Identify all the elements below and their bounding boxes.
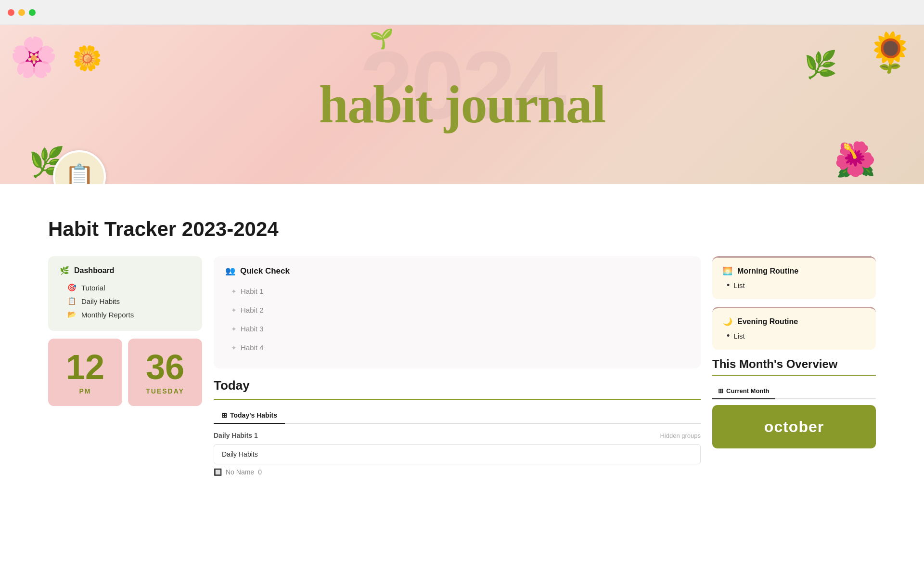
- sidebar-item-daily-habits[interactable]: 📋 Daily Habits: [60, 294, 191, 308]
- month-overview-title: This Month's Overview: [712, 357, 876, 371]
- clock-period: PM: [79, 387, 91, 395]
- today-tab-bar: ⊞ Today's Habits: [214, 407, 701, 424]
- evening-routine-icon: 🌙: [723, 317, 732, 326]
- cross-icon-4: ✦: [231, 344, 237, 352]
- daily-habits-label: Daily Habits: [81, 297, 120, 305]
- content-grid: 🌿 Dashboard 🎯 Tutorial 📋 Daily Habits 📂 …: [48, 256, 876, 480]
- quick-check-title: Quick Check: [240, 266, 290, 276]
- dashboard-label: Dashboard: [74, 266, 115, 275]
- today-section: Today ⊞ Today's Habits Daily Habits 1 Hi…: [214, 378, 701, 480]
- cross-icon-3: ✦: [231, 325, 237, 333]
- habit-item-1[interactable]: ✦ Habit 1: [225, 284, 689, 299]
- evening-routine-header: 🌙 Evening Routine: [723, 317, 865, 326]
- banner-title: HaBiT jouRnaL: [319, 74, 605, 135]
- nav-card: 🌿 Dashboard 🎯 Tutorial 📋 Daily Habits 📂 …: [48, 256, 202, 331]
- october-card: october: [712, 405, 876, 448]
- tab-habits-label: Today's Habits: [230, 411, 277, 419]
- daily-habits-group-count: 1: [254, 432, 258, 439]
- hidden-groups-label: Hidden groups: [660, 432, 701, 439]
- evening-routine-list: • List: [723, 331, 865, 341]
- month-name: october: [764, 418, 824, 436]
- habit-item-4[interactable]: ✦ Habit 4: [225, 340, 689, 355]
- flower-icon-right-2: 🌺: [834, 140, 876, 179]
- dashboard-icon: 🌿: [60, 266, 69, 275]
- month-tab-label: Current Month: [726, 387, 770, 394]
- monthly-reports-label: Monthly Reports: [81, 311, 134, 319]
- evening-routine-list-label: List: [733, 332, 744, 340]
- habit-item-3[interactable]: ✦ Habit 3: [225, 321, 689, 336]
- tab-current-month[interactable]: ⊞ Current Month: [712, 383, 775, 399]
- month-underline: [712, 375, 876, 376]
- minute-card: 36 TUESDAY: [128, 339, 202, 406]
- tutorial-label: Tutorial: [81, 284, 105, 292]
- morning-routine-title: Morning Routine: [737, 267, 798, 276]
- daily-habits-box: Daily Habits: [214, 444, 701, 464]
- sidebar-item-tutorial[interactable]: 🎯 Tutorial: [60, 281, 191, 294]
- bullet-icon-evening: •: [727, 331, 730, 341]
- maximize-button[interactable]: [29, 9, 36, 16]
- today-underline: [214, 399, 701, 400]
- minimize-button[interactable]: [18, 9, 25, 16]
- no-name-icon: 🔲: [214, 468, 222, 476]
- tab-todays-habits[interactable]: ⊞ Today's Habits: [214, 407, 285, 424]
- habit-item-2[interactable]: ✦ Habit 2: [225, 302, 689, 317]
- main-content: Habit Tracker 2023-2024 🌿 Dashboard 🎯 Tu…: [0, 184, 924, 499]
- month-tab-bar: ⊞ Current Month: [712, 383, 876, 399]
- sidebar-item-monthly-reports[interactable]: 📂 Monthly Reports: [60, 308, 191, 321]
- flower-icon-top: 🌱: [370, 27, 394, 50]
- banner: 2024 🌸 🌿 🌼 🌱 🌻 🌺 🌿 HaBiT jouRnaL 📋: [0, 25, 924, 184]
- quick-check-card: 👥 Quick Check ✦ Habit 1 ✦ Habit 2 ✦ Habi…: [214, 256, 701, 368]
- evening-routine-title: Evening Routine: [737, 317, 798, 326]
- nav-main-item[interactable]: 🌿 Dashboard: [60, 266, 191, 275]
- today-title: Today: [214, 378, 701, 393]
- habits-row: Daily Habits 1 Hidden groups: [214, 432, 701, 439]
- habit-label-3: Habit 3: [241, 325, 264, 333]
- cross-icon-2: ✦: [231, 306, 237, 314]
- daily-habits-group-label: Daily Habits: [214, 432, 252, 439]
- no-name-group-row: 🔲 No Name 0: [214, 464, 701, 480]
- evening-routine-card: 🌙 Evening Routine • List: [712, 307, 876, 350]
- habit-label-4: Habit 4: [241, 343, 264, 352]
- clock-row: 12 PM 36 TUESDAY: [48, 339, 202, 406]
- middle-column: 👥 Quick Check ✦ Habit 1 ✦ Habit 2 ✦ Habi…: [214, 256, 701, 480]
- morning-routine-icon: 🌅: [723, 266, 732, 276]
- daily-habits-entry: Daily Habits: [222, 450, 258, 458]
- page-title: Habit Tracker 2023-2024: [48, 218, 876, 241]
- habit-label-2: Habit 2: [241, 306, 264, 314]
- flower-icon-right-1: 🌻: [866, 30, 914, 75]
- habit-label-1: Habit 1: [241, 287, 264, 295]
- clock-day: TUESDAY: [146, 387, 184, 395]
- month-overview-section: This Month's Overview ⊞ Current Month oc…: [712, 357, 876, 448]
- quick-check-icon: 👥: [225, 266, 235, 276]
- close-button[interactable]: [8, 9, 14, 16]
- morning-routine-list: • List: [723, 280, 865, 290]
- tutorial-icon: 🎯: [67, 283, 77, 292]
- left-column: 🌿 Dashboard 🎯 Tutorial 📋 Daily Habits 📂 …: [48, 256, 202, 406]
- morning-routine-card: 🌅 Morning Routine • List: [712, 256, 876, 299]
- no-name-label: No Name: [226, 468, 254, 476]
- cross-icon-1: ✦: [231, 288, 237, 295]
- clock-minute: 36: [146, 350, 184, 384]
- browser-bar: [0, 0, 924, 25]
- no-name-count: 0: [258, 468, 262, 476]
- right-column: 🌅 Morning Routine • List 🌙 Evening Routi…: [712, 256, 876, 448]
- quick-check-header: 👥 Quick Check: [225, 266, 689, 276]
- morning-routine-list-label: List: [733, 281, 744, 289]
- daily-habits-icon: 📋: [67, 297, 77, 305]
- tab-habits-icon: ⊞: [221, 411, 227, 419]
- monthly-reports-icon: 📂: [67, 310, 77, 319]
- bullet-icon-morning: •: [727, 280, 730, 290]
- flower-icon-right-3: 🌿: [804, 49, 837, 80]
- clock-hour: 12: [66, 350, 104, 384]
- habits-group-info: Daily Habits 1: [214, 432, 258, 439]
- morning-routine-header: 🌅 Morning Routine: [723, 266, 865, 276]
- flower-icon-left-3: 🌼: [72, 44, 102, 72]
- hour-card: 12 PM: [48, 339, 122, 406]
- flower-icon-left-1: 🌸: [10, 35, 58, 80]
- month-tab-icon: ⊞: [718, 387, 723, 394]
